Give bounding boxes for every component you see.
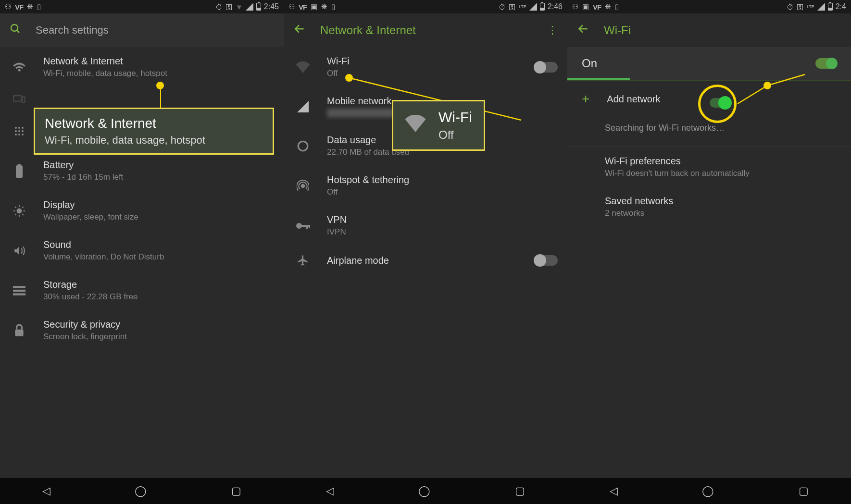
alarm-icon: ⏱ bbox=[215, 3, 223, 11]
item-title: Saved networks bbox=[605, 196, 837, 207]
lte-icon: LTE bbox=[519, 4, 526, 9]
item-sub: Wi-Fi, mobile, data usage, hotspot bbox=[43, 69, 274, 78]
devices-icon bbox=[10, 92, 29, 106]
nav-back-icon[interactable]: ◁ bbox=[610, 485, 618, 497]
svg-rect-34 bbox=[309, 225, 310, 228]
svg-line-23 bbox=[23, 207, 24, 208]
overflow-menu-button[interactable]: ⋮ bbox=[547, 24, 558, 37]
callout-title: Network & Internet bbox=[45, 116, 263, 131]
item-sub: Wi-Fi doesn't turn back on automatically bbox=[605, 169, 837, 178]
back-button[interactable] bbox=[293, 23, 306, 38]
add-network-label: Add network bbox=[607, 94, 660, 105]
battery-icon bbox=[256, 3, 261, 11]
callout-sub: Wi-Fi, mobile, data usage, hotspot bbox=[45, 134, 263, 147]
item-sound[interactable]: Sound Volume, vibration, Do Not Disturb bbox=[0, 231, 284, 270]
item-wifi[interactable]: Wi-Fi Off bbox=[284, 47, 567, 87]
page-title: Network & Internet bbox=[320, 24, 533, 37]
callout-title: Wi-Fi bbox=[438, 109, 472, 125]
item-title: Wi-Fi bbox=[327, 56, 520, 67]
svg-rect-26 bbox=[13, 293, 25, 295]
wifi-toggle[interactable] bbox=[535, 62, 558, 73]
item-title: Battery bbox=[43, 160, 274, 171]
svg-point-8 bbox=[18, 130, 20, 132]
voicemail-icon: ⚇ bbox=[572, 2, 578, 11]
item-sub: Screen lock, fingerprint bbox=[43, 332, 274, 342]
airplane-toggle[interactable] bbox=[535, 255, 558, 266]
svg-line-1 bbox=[17, 30, 19, 33]
item-title: Storage bbox=[43, 279, 274, 290]
wifi-master-toggle[interactable] bbox=[815, 58, 837, 69]
svg-rect-14 bbox=[18, 164, 21, 166]
callout-network-internet: Network & Internet Wi-Fi, mobile, data u… bbox=[34, 108, 274, 155]
svg-rect-27 bbox=[15, 329, 23, 336]
item-storage[interactable]: Storage 30% used - 22.28 GB free bbox=[0, 270, 284, 310]
item-wifi-preferences[interactable]: Wi-Fi preferences Wi-Fi doesn't turn bac… bbox=[567, 147, 851, 187]
svg-rect-2 bbox=[13, 96, 21, 101]
vf-icon: VF bbox=[15, 3, 23, 11]
battery-icon bbox=[540, 3, 545, 11]
battery-saver-icon: ▯ bbox=[331, 2, 335, 11]
wifi-icon bbox=[10, 61, 29, 74]
svg-line-20 bbox=[15, 207, 16, 208]
item-display[interactable]: Display Wallpaper, sleep, font size bbox=[0, 191, 284, 231]
plus-icon: + bbox=[582, 91, 589, 107]
apps-icon bbox=[10, 125, 29, 137]
settings-list: Network & Internet Wi-Fi, mobile, data u… bbox=[0, 47, 284, 350]
svg-point-7 bbox=[15, 130, 17, 132]
battery-icon bbox=[828, 3, 833, 11]
svg-point-15 bbox=[17, 208, 22, 213]
leaf-icon: ❋ bbox=[27, 2, 33, 11]
voicemail-icon: ⚇ bbox=[288, 2, 295, 11]
svg-line-21 bbox=[23, 214, 24, 215]
search-icon bbox=[10, 23, 21, 37]
back-button[interactable] bbox=[577, 23, 589, 38]
svg-point-5 bbox=[18, 127, 20, 129]
key-icon: ⚿ bbox=[797, 3, 804, 11]
battery-saver-icon: ▯ bbox=[615, 2, 619, 11]
search-bar[interactable]: Search settings bbox=[0, 13, 284, 47]
nav-home-icon[interactable]: ◯ bbox=[135, 485, 147, 497]
signal-icon bbox=[529, 3, 537, 11]
nav-home-icon[interactable]: ◯ bbox=[702, 485, 714, 497]
svg-point-9 bbox=[22, 130, 24, 132]
voicemail-icon: ⚇ bbox=[5, 2, 11, 11]
app-bar: Network & Internet ⋮ bbox=[284, 13, 567, 47]
wifi-status-icon: ▼ bbox=[236, 3, 243, 11]
item-title: Hotspot & tethering bbox=[327, 174, 558, 185]
alarm-icon: ⏱ bbox=[499, 3, 506, 11]
item-network-internet[interactable]: Network & Internet Wi-Fi, mobile, data u… bbox=[0, 47, 284, 87]
item-title: Security & privacy bbox=[43, 319, 274, 330]
nav-bar: ◁ ◯ ▢ bbox=[0, 478, 284, 504]
status-bar: ⚇ ▣ VF ❋ ▯ ⏱ ⚿ LTE 2:4 bbox=[567, 0, 851, 13]
item-title: Display bbox=[43, 199, 274, 210]
nav-home-icon[interactable]: ◯ bbox=[418, 485, 430, 497]
nav-recent-icon[interactable]: ▢ bbox=[799, 485, 809, 497]
item-hotspot[interactable]: Hotspot & tethering Off bbox=[284, 166, 567, 206]
annotation-dot bbox=[156, 82, 164, 89]
nav-bar: ◁ ◯ ▢ bbox=[284, 478, 567, 504]
svg-point-6 bbox=[22, 127, 24, 129]
signal-icon bbox=[817, 3, 825, 11]
image-icon: ▣ bbox=[582, 2, 589, 11]
nav-back-icon[interactable]: ◁ bbox=[42, 485, 50, 497]
annotation-dot bbox=[345, 74, 353, 82]
item-sub: Volume, vibration, Do Not Disturb bbox=[43, 252, 274, 262]
signal-icon bbox=[246, 3, 253, 11]
item-airplane-mode[interactable]: Airplane mode bbox=[284, 246, 567, 275]
item-security[interactable]: Security & privacy Screen lock, fingerpr… bbox=[0, 310, 284, 350]
item-vpn[interactable]: VPN IVPN bbox=[284, 206, 567, 246]
page-title: Wi-Fi bbox=[604, 24, 841, 37]
nav-recent-icon[interactable]: ▢ bbox=[515, 485, 525, 497]
alarm-icon: ⏱ bbox=[787, 3, 794, 11]
callout-sub: Off bbox=[438, 128, 472, 142]
wifi-icon bbox=[293, 61, 313, 73]
item-battery[interactable]: Battery 57% - 1d 16h 15m left bbox=[0, 151, 284, 191]
screen-wifi: ⚇ ▣ VF ❋ ▯ ⏱ ⚿ LTE 2:4 Wi-Fi On + Add ne… bbox=[567, 0, 851, 504]
svg-line-22 bbox=[15, 214, 16, 215]
item-sub bbox=[327, 109, 394, 117]
vf-icon: VF bbox=[593, 3, 601, 11]
item-title: VPN bbox=[327, 214, 558, 225]
nav-recent-icon[interactable]: ▢ bbox=[231, 485, 241, 497]
nav-back-icon[interactable]: ◁ bbox=[326, 485, 334, 497]
item-saved-networks[interactable]: Saved networks 2 networks bbox=[567, 187, 851, 227]
